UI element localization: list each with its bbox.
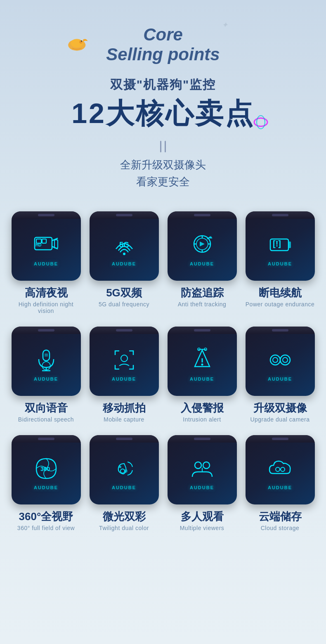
core-text: Core bbox=[143, 25, 183, 44]
face-detect-icon bbox=[111, 347, 137, 373]
feature-card-multi: AUDUBE bbox=[168, 435, 237, 504]
feature-name-zh-5: 双向语音 bbox=[25, 401, 68, 415]
feature-name-en-9: 360° full field of view bbox=[17, 525, 75, 531]
header-section: Core ✦ Selling points 双摄"机器狗"监控 12大核心卖点 … bbox=[0, 0, 326, 203]
feature-name-en-10: Twilight dual color bbox=[99, 525, 149, 531]
brand-label-10: AUDUBE bbox=[112, 485, 136, 490]
feature-dual-cam: AUDUBE 升级双摄像 Upgrade dual camera bbox=[244, 327, 316, 423]
svg-point-37 bbox=[273, 358, 278, 362]
svg-text:360: 360 bbox=[40, 466, 50, 472]
svg-point-31 bbox=[121, 355, 128, 362]
brand-label-12: AUDUBE bbox=[268, 485, 292, 490]
star-deco: ✦ bbox=[222, 21, 227, 29]
brand-label-9: AUDUBE bbox=[34, 485, 58, 490]
selling-text: Selling points bbox=[106, 45, 220, 64]
feature-name-zh-8: 升级双摄像 bbox=[253, 401, 307, 415]
svg-rect-23 bbox=[288, 242, 291, 248]
feature-card-anti-theft: AUDUBE bbox=[168, 211, 237, 281]
feature-name-zh-3: 防盗追踪 bbox=[181, 286, 224, 300]
feature-card-alarm: AUDUBE bbox=[168, 327, 237, 396]
svg-rect-25 bbox=[43, 350, 50, 361]
feature-battery: [!] AUDUBE 断电续航 Power outage endurance bbox=[244, 211, 316, 314]
svg-text:[!]: [!] bbox=[273, 239, 281, 248]
feature-name-zh-9: 360°全视野 bbox=[19, 509, 73, 524]
feature-360: 360 AUDUBE 360°全视野 360° full field of vi… bbox=[10, 435, 82, 531]
desc-text: 全新升级双摄像头 看家更安全 bbox=[0, 156, 326, 191]
feature-card-cloud: AUDUBE bbox=[246, 435, 315, 504]
feature-card-face: AUDUBE bbox=[90, 327, 159, 396]
svg-rect-12 bbox=[54, 240, 58, 248]
5g-icon: 5G bbox=[111, 232, 137, 258]
svg-point-45 bbox=[120, 469, 125, 473]
svg-point-21 bbox=[209, 236, 212, 239]
feature-card-dual-color: AUDUBE bbox=[90, 435, 159, 504]
microphone-icon bbox=[33, 347, 59, 373]
feature-alarm: AUDUBE 入侵警报 Intrusion alert bbox=[166, 327, 238, 423]
feature-face-detect: AUDUBE 移动抓拍 Mobile capture bbox=[88, 327, 160, 423]
battery-icon: [!] bbox=[267, 232, 293, 258]
dual-camera-icon bbox=[267, 347, 293, 373]
feature-card-battery: [!] AUDUBE bbox=[246, 211, 315, 281]
alarm-icon bbox=[189, 347, 215, 373]
360-view-icon: 360 bbox=[33, 455, 59, 482]
feature-anti-theft: AUDUBE 防盗追踪 Anti theft tracking bbox=[166, 211, 238, 314]
brand-label-11: AUDUBE bbox=[190, 485, 214, 490]
brand-label-8: AUDUBE bbox=[268, 376, 292, 381]
decoration-bird bbox=[66, 33, 91, 54]
feature-name-en-5: Bidirectional speech bbox=[18, 416, 74, 423]
brand-label-1: AUDUBE bbox=[34, 261, 58, 266]
cloud-storage-icon bbox=[267, 455, 293, 482]
feature-name-en-2: 5G dual frequency bbox=[99, 301, 149, 308]
divider bbox=[0, 141, 326, 152]
brand-label-6: AUDUBE bbox=[112, 376, 136, 381]
svg-rect-8 bbox=[42, 239, 46, 243]
subtitle-block: 双摄"机器狗"监控 12大核心卖点 bbox=[0, 76, 326, 133]
core-title-block: Core ✦ Selling points bbox=[106, 25, 220, 65]
feature-5g: 5G AUDUBE 5G双频 5G dual frequency bbox=[88, 211, 160, 314]
svg-point-50 bbox=[281, 467, 285, 471]
svg-point-39 bbox=[283, 358, 288, 362]
feature-name-zh-12: 云端储存 bbox=[259, 509, 302, 524]
brand-label-2: AUDUBE bbox=[112, 261, 136, 266]
feature-dual-color: AUDUBE 微光双彩 Twilight dual color bbox=[88, 435, 160, 531]
svg-point-47 bbox=[203, 462, 210, 469]
svg-point-13 bbox=[123, 253, 125, 255]
feature-name-en-3: Anti theft tracking bbox=[178, 301, 227, 308]
feature-multi-viewer: AUDUBE 多人观看 Multiple viewers bbox=[166, 435, 238, 531]
feature-name-zh-10: 微光双彩 bbox=[103, 509, 146, 524]
svg-point-46 bbox=[195, 462, 201, 469]
feature-name-zh-1: 高清夜视 bbox=[25, 286, 68, 300]
hd-camera-icon: HD bbox=[33, 232, 59, 258]
feature-name-zh-4: 断电续航 bbox=[259, 286, 302, 300]
feature-speech: AUDUBE 双向语音 Bidirectional speech bbox=[10, 327, 82, 423]
svg-point-3 bbox=[81, 40, 82, 42]
multiple-viewers-icon bbox=[189, 455, 215, 482]
dual-color-icon bbox=[111, 455, 137, 482]
features-row-1: HD AUDUBE 高清夜视 High definition night vis… bbox=[6, 211, 320, 314]
subtitle-zh: 双摄"机器狗"监控 bbox=[0, 76, 326, 93]
svg-point-38 bbox=[280, 355, 290, 365]
feature-card-dual-cam: AUDUBE bbox=[246, 327, 315, 396]
svg-text:5G: 5G bbox=[119, 241, 129, 249]
feature-cloud: AUDUBE 云端储存 Cloud storage bbox=[244, 435, 316, 531]
feature-name-en-4: Power outage endurance bbox=[246, 301, 314, 308]
svg-point-33 bbox=[201, 364, 203, 366]
main-title-zh: 12大核心卖点 bbox=[71, 95, 255, 133]
features-section: HD AUDUBE 高清夜视 High definition night vis… bbox=[0, 203, 326, 556]
feature-card-5g: 5G AUDUBE bbox=[90, 211, 159, 281]
brand-label-4: AUDUBE bbox=[268, 261, 292, 266]
svg-point-36 bbox=[270, 355, 280, 365]
feature-name-en-12: Cloud storage bbox=[261, 525, 300, 531]
feature-name-zh-2: 5G双频 bbox=[106, 286, 142, 300]
feature-card-hd: HD AUDUBE bbox=[12, 211, 81, 281]
feature-name-en-6: Mobile capture bbox=[104, 416, 144, 423]
features-row-3: 360 AUDUBE 360°全视野 360° full field of vi… bbox=[6, 435, 320, 531]
feature-name-zh-11: 多人观看 bbox=[181, 509, 224, 524]
svg-point-49 bbox=[276, 467, 280, 471]
feature-name-en-11: Multiple viewers bbox=[180, 525, 224, 531]
ring-decoration bbox=[253, 115, 269, 129]
feature-hd-night-vision: HD AUDUBE 高清夜视 High definition night vis… bbox=[10, 211, 82, 314]
feature-name-en-8: Upgrade dual camera bbox=[250, 416, 309, 423]
brand-label-5: AUDUBE bbox=[34, 376, 58, 381]
feature-name-en-7: Intrusion alert bbox=[183, 416, 221, 423]
